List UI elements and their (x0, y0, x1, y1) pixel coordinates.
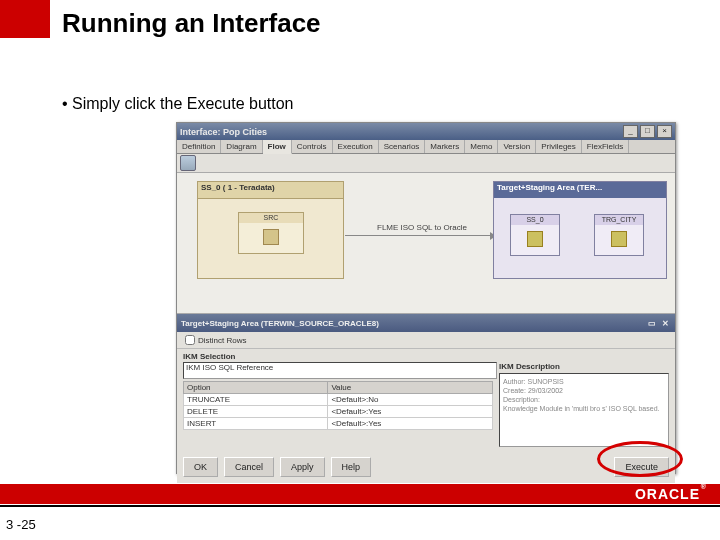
desc-line: Description: (503, 395, 665, 404)
flow-arrow (345, 235, 495, 236)
source-table-label: SRC (239, 213, 303, 223)
footer-underline (0, 505, 720, 507)
desc-line: Knowledge Module in 'multi bro s' ISO SQ… (503, 404, 665, 413)
flow-arrow-label: FLME ISO SQL to Oracle (377, 223, 467, 232)
tab-privileges[interactable]: Privileges (536, 140, 582, 153)
option-value[interactable]: <Default>:Yes (328, 406, 493, 418)
tab-bar: Definition Diagram Flow Controls Executi… (177, 140, 675, 154)
target-box[interactable]: Target+Staging Area (TER... SS_0 TRG_CIT… (493, 181, 667, 279)
tab-memo[interactable]: Memo (465, 140, 498, 153)
options-col-value: Value (328, 382, 493, 394)
source-set-box[interactable]: SS_0 ( 1 - Teradata) SRC (197, 181, 344, 279)
datastore-icon (263, 229, 279, 245)
tab-flexfields[interactable]: FlexFields (582, 140, 629, 153)
staging-header-label: Target+Staging Area (TERWIN_SOURCE_ORACL… (181, 319, 379, 328)
slide-bullet: Simply click the Execute button (62, 95, 293, 113)
app-window: Interface: Pop Cities _ □ × Definition D… (176, 122, 676, 474)
target-table-b[interactable]: TRG_CITY (594, 214, 644, 256)
tab-definition[interactable]: Definition (177, 140, 221, 153)
ok-button[interactable]: OK (183, 457, 218, 477)
target-table-a[interactable]: SS_0 (510, 214, 560, 256)
table-row: DELETE <Default>:Yes (184, 406, 493, 418)
tab-markers[interactable]: Markers (425, 140, 465, 153)
source-table[interactable]: SRC (238, 212, 304, 254)
execute-button[interactable]: Execute (614, 457, 669, 477)
table-row: INSERT <Default>:Yes (184, 418, 493, 430)
tab-execution[interactable]: Execution (333, 140, 379, 153)
target-box-label: Target+Staging Area (TER... (494, 182, 666, 198)
tab-diagram[interactable]: Diagram (221, 140, 262, 153)
datastore-icon (527, 231, 543, 247)
target-table-a-label: SS_0 (511, 215, 559, 225)
option-value[interactable]: <Default>:Yes (328, 418, 493, 430)
distinct-rows-checkbox[interactable] (185, 335, 195, 345)
ikm-select[interactable]: IKM ISO SQL Reference (183, 362, 497, 379)
tab-controls[interactable]: Controls (292, 140, 333, 153)
ikm-description-header: IKM Description (499, 362, 669, 371)
distinct-rows-label: Distinct Rows (198, 336, 246, 345)
panel-collapse-icon[interactable]: ▭ ✕ (648, 319, 671, 328)
table-row: TRUNCATE <Default>:No (184, 394, 493, 406)
ikm-description-box: Author: SUNOPSIS Create: 29/03/2002 Desc… (499, 373, 669, 447)
ikm-section-label: IKM Selection (177, 349, 675, 362)
ikm-select-value: IKM ISO SQL Reference (186, 363, 273, 372)
staging-header: Target+Staging Area (TERWIN_SOURCE_ORACL… (177, 314, 675, 332)
option-name: TRUNCATE (184, 394, 328, 406)
option-value[interactable]: <Default>:No (328, 394, 493, 406)
page-number: 3 -25 (6, 517, 36, 532)
window-title: Interface: Pop Cities (180, 127, 267, 137)
tab-version[interactable]: Version (498, 140, 536, 153)
maximize-icon[interactable]: □ (640, 125, 655, 138)
help-button[interactable]: Help (331, 457, 372, 477)
slide-title: Running an Interface (62, 8, 321, 39)
options-col-option: Option (184, 382, 328, 394)
toolbar (177, 154, 675, 173)
footer-bar (0, 484, 720, 504)
ikm-left-panel: IKM ISO SQL Reference Option Value TRUNC… (183, 362, 493, 447)
option-name: INSERT (184, 418, 328, 430)
tab-flow[interactable]: Flow (263, 140, 292, 154)
flow-diagram: SS_0 ( 1 - Teradata) SRC FLME ISO SQL to… (177, 173, 675, 314)
oracle-logo: ORACLE® (635, 486, 700, 502)
tab-scenarios[interactable]: Scenarios (379, 140, 426, 153)
desc-line: Create: 29/03/2002 (503, 386, 665, 395)
datastore-icon (611, 231, 627, 247)
source-set-label: SS_0 ( 1 - Teradata) (198, 182, 343, 199)
ikm-right-panel: IKM Description Author: SUNOPSIS Create:… (499, 362, 669, 447)
minimize-icon[interactable]: _ (623, 125, 638, 138)
cancel-button[interactable]: Cancel (224, 457, 274, 477)
slide-accent-block (0, 0, 50, 38)
refresh-icon[interactable] (180, 155, 196, 171)
option-name: DELETE (184, 406, 328, 418)
dialog-button-row: OK Cancel Apply Help Execute (177, 451, 675, 483)
window-titlebar: Interface: Pop Cities _ □ × (177, 123, 675, 140)
apply-button[interactable]: Apply (280, 457, 325, 477)
close-icon[interactable]: × (657, 125, 672, 138)
distinct-rows-row: Distinct Rows (177, 332, 675, 349)
desc-line: Author: SUNOPSIS (503, 377, 665, 386)
target-table-b-label: TRG_CITY (595, 215, 643, 225)
options-table: Option Value TRUNCATE <Default>:No DELET… (183, 381, 493, 430)
